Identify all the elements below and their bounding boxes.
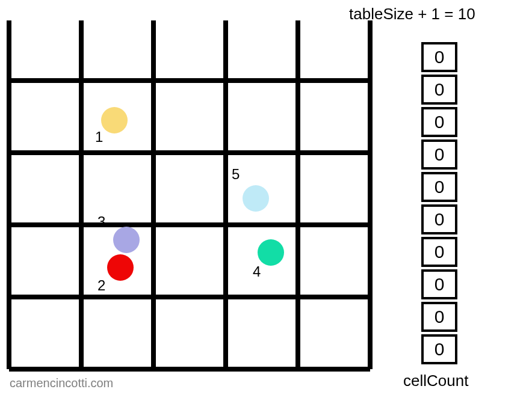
particle-label: 2 <box>97 277 105 294</box>
cell-value: 0 <box>435 242 445 262</box>
particle-dot <box>101 107 128 133</box>
grid-v-line <box>151 20 156 369</box>
grid-h-line <box>9 78 370 83</box>
grid-h-line <box>9 150 370 155</box>
grid-v-line <box>295 20 300 369</box>
grid-v-line <box>368 20 373 369</box>
cell-box: 0 <box>421 204 457 234</box>
cell-value: 0 <box>435 209 445 230</box>
cell-count-label: cellCount <box>403 372 468 390</box>
cell-value: 0 <box>435 177 445 197</box>
grid-v-line <box>7 20 11 369</box>
cell-box: 0 <box>421 237 457 267</box>
grid-v-line <box>223 20 228 369</box>
cell-box: 0 <box>421 75 457 105</box>
particle-label: 5 <box>232 166 240 183</box>
cell-box: 0 <box>421 269 457 299</box>
cell-value: 0 <box>435 274 445 295</box>
cell-value: 0 <box>435 79 445 100</box>
cell-value: 0 <box>435 339 445 360</box>
cell-box: 0 <box>421 172 457 202</box>
cell-value: 0 <box>435 47 445 67</box>
particle-label: 3 <box>97 213 105 230</box>
cell-box: 0 <box>421 107 457 137</box>
cell-box: 0 <box>421 139 457 170</box>
cell-value: 0 <box>435 307 445 327</box>
grid-h-line <box>9 367 370 372</box>
watermark: carmencincotti.com <box>10 376 113 390</box>
grid-h-line <box>9 295 370 299</box>
grid-h-line <box>9 222 370 227</box>
particle-dot <box>107 254 134 281</box>
cell-box: 0 <box>421 334 457 364</box>
cell-value: 0 <box>435 144 445 165</box>
particle-dot <box>258 239 284 266</box>
grid-v-line <box>79 20 84 369</box>
particle-dot <box>113 227 140 253</box>
diagram-stage: tableSize + 1 = 10 12345 0000000000 cell… <box>0 0 532 395</box>
cell-value: 0 <box>435 112 445 132</box>
particle-label: 1 <box>95 129 103 145</box>
particle-label: 4 <box>253 263 261 280</box>
cell-box: 0 <box>421 42 457 72</box>
cell-box: 0 <box>421 302 457 332</box>
particle-dot <box>243 185 269 212</box>
